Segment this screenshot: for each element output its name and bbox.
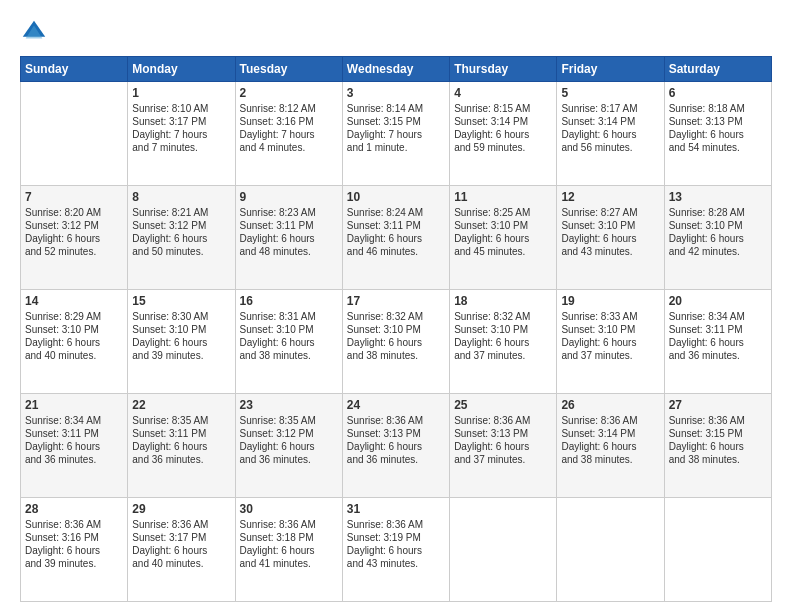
logo [20, 18, 52, 46]
day-number: 8 [132, 189, 230, 205]
day-info: Sunrise: 8:30 AM Sunset: 3:10 PM Dayligh… [132, 310, 230, 362]
day-number: 4 [454, 85, 552, 101]
day-info: Sunrise: 8:36 AM Sunset: 3:19 PM Dayligh… [347, 518, 445, 570]
calendar-cell: 19Sunrise: 8:33 AM Sunset: 3:10 PM Dayli… [557, 290, 664, 394]
calendar-cell: 26Sunrise: 8:36 AM Sunset: 3:14 PM Dayli… [557, 394, 664, 498]
day-info: Sunrise: 8:36 AM Sunset: 3:14 PM Dayligh… [561, 414, 659, 466]
day-info: Sunrise: 8:23 AM Sunset: 3:11 PM Dayligh… [240, 206, 338, 258]
day-number: 25 [454, 397, 552, 413]
calendar-cell: 2Sunrise: 8:12 AM Sunset: 3:16 PM Daylig… [235, 82, 342, 186]
calendar-week-2: 14Sunrise: 8:29 AM Sunset: 3:10 PM Dayli… [21, 290, 772, 394]
calendar-cell: 15Sunrise: 8:30 AM Sunset: 3:10 PM Dayli… [128, 290, 235, 394]
weekday-header-thursday: Thursday [450, 57, 557, 82]
day-number: 10 [347, 189, 445, 205]
day-info: Sunrise: 8:36 AM Sunset: 3:15 PM Dayligh… [669, 414, 767, 466]
day-info: Sunrise: 8:31 AM Sunset: 3:10 PM Dayligh… [240, 310, 338, 362]
day-number: 23 [240, 397, 338, 413]
day-info: Sunrise: 8:18 AM Sunset: 3:13 PM Dayligh… [669, 102, 767, 154]
calendar-cell: 10Sunrise: 8:24 AM Sunset: 3:11 PM Dayli… [342, 186, 449, 290]
day-number: 1 [132, 85, 230, 101]
day-info: Sunrise: 8:35 AM Sunset: 3:11 PM Dayligh… [132, 414, 230, 466]
day-number: 11 [454, 189, 552, 205]
day-number: 7 [25, 189, 123, 205]
day-info: Sunrise: 8:32 AM Sunset: 3:10 PM Dayligh… [454, 310, 552, 362]
calendar-cell [21, 82, 128, 186]
weekday-header-monday: Monday [128, 57, 235, 82]
day-number: 30 [240, 501, 338, 517]
calendar-week-3: 21Sunrise: 8:34 AM Sunset: 3:11 PM Dayli… [21, 394, 772, 498]
day-info: Sunrise: 8:34 AM Sunset: 3:11 PM Dayligh… [669, 310, 767, 362]
day-number: 15 [132, 293, 230, 309]
day-number: 24 [347, 397, 445, 413]
day-info: Sunrise: 8:20 AM Sunset: 3:12 PM Dayligh… [25, 206, 123, 258]
calendar-body: 1Sunrise: 8:10 AM Sunset: 3:17 PM Daylig… [21, 82, 772, 602]
calendar-cell: 4Sunrise: 8:15 AM Sunset: 3:14 PM Daylig… [450, 82, 557, 186]
calendar-cell [557, 498, 664, 602]
logo-icon [20, 18, 48, 46]
day-number: 13 [669, 189, 767, 205]
calendar-cell: 5Sunrise: 8:17 AM Sunset: 3:14 PM Daylig… [557, 82, 664, 186]
day-info: Sunrise: 8:15 AM Sunset: 3:14 PM Dayligh… [454, 102, 552, 154]
calendar-week-1: 7Sunrise: 8:20 AM Sunset: 3:12 PM Daylig… [21, 186, 772, 290]
calendar-table: SundayMondayTuesdayWednesdayThursdayFrid… [20, 56, 772, 602]
day-info: Sunrise: 8:28 AM Sunset: 3:10 PM Dayligh… [669, 206, 767, 258]
calendar-cell: 28Sunrise: 8:36 AM Sunset: 3:16 PM Dayli… [21, 498, 128, 602]
day-number: 6 [669, 85, 767, 101]
day-number: 29 [132, 501, 230, 517]
day-number: 20 [669, 293, 767, 309]
day-info: Sunrise: 8:32 AM Sunset: 3:10 PM Dayligh… [347, 310, 445, 362]
calendar-cell: 3Sunrise: 8:14 AM Sunset: 3:15 PM Daylig… [342, 82, 449, 186]
day-info: Sunrise: 8:36 AM Sunset: 3:18 PM Dayligh… [240, 518, 338, 570]
day-info: Sunrise: 8:25 AM Sunset: 3:10 PM Dayligh… [454, 206, 552, 258]
calendar-cell: 16Sunrise: 8:31 AM Sunset: 3:10 PM Dayli… [235, 290, 342, 394]
day-number: 26 [561, 397, 659, 413]
day-number: 18 [454, 293, 552, 309]
calendar-cell: 18Sunrise: 8:32 AM Sunset: 3:10 PM Dayli… [450, 290, 557, 394]
day-info: Sunrise: 8:12 AM Sunset: 3:16 PM Dayligh… [240, 102, 338, 154]
calendar-cell: 11Sunrise: 8:25 AM Sunset: 3:10 PM Dayli… [450, 186, 557, 290]
day-number: 16 [240, 293, 338, 309]
calendar-cell [450, 498, 557, 602]
weekday-header-row: SundayMondayTuesdayWednesdayThursdayFrid… [21, 57, 772, 82]
calendar-cell: 22Sunrise: 8:35 AM Sunset: 3:11 PM Dayli… [128, 394, 235, 498]
calendar-cell: 7Sunrise: 8:20 AM Sunset: 3:12 PM Daylig… [21, 186, 128, 290]
day-info: Sunrise: 8:27 AM Sunset: 3:10 PM Dayligh… [561, 206, 659, 258]
day-info: Sunrise: 8:36 AM Sunset: 3:13 PM Dayligh… [454, 414, 552, 466]
calendar-cell: 17Sunrise: 8:32 AM Sunset: 3:10 PM Dayli… [342, 290, 449, 394]
day-info: Sunrise: 8:10 AM Sunset: 3:17 PM Dayligh… [132, 102, 230, 154]
day-info: Sunrise: 8:33 AM Sunset: 3:10 PM Dayligh… [561, 310, 659, 362]
day-number: 5 [561, 85, 659, 101]
weekday-header-saturday: Saturday [664, 57, 771, 82]
day-number: 14 [25, 293, 123, 309]
weekday-header-wednesday: Wednesday [342, 57, 449, 82]
day-number: 17 [347, 293, 445, 309]
page-container: SundayMondayTuesdayWednesdayThursdayFrid… [0, 0, 792, 612]
calendar-cell: 23Sunrise: 8:35 AM Sunset: 3:12 PM Dayli… [235, 394, 342, 498]
day-info: Sunrise: 8:24 AM Sunset: 3:11 PM Dayligh… [347, 206, 445, 258]
weekday-header-tuesday: Tuesday [235, 57, 342, 82]
calendar-cell: 6Sunrise: 8:18 AM Sunset: 3:13 PM Daylig… [664, 82, 771, 186]
calendar-cell: 25Sunrise: 8:36 AM Sunset: 3:13 PM Dayli… [450, 394, 557, 498]
header [20, 18, 772, 46]
day-number: 9 [240, 189, 338, 205]
calendar-week-0: 1Sunrise: 8:10 AM Sunset: 3:17 PM Daylig… [21, 82, 772, 186]
day-number: 21 [25, 397, 123, 413]
day-info: Sunrise: 8:34 AM Sunset: 3:11 PM Dayligh… [25, 414, 123, 466]
calendar-cell: 27Sunrise: 8:36 AM Sunset: 3:15 PM Dayli… [664, 394, 771, 498]
day-number: 28 [25, 501, 123, 517]
day-number: 12 [561, 189, 659, 205]
day-info: Sunrise: 8:17 AM Sunset: 3:14 PM Dayligh… [561, 102, 659, 154]
calendar-week-4: 28Sunrise: 8:36 AM Sunset: 3:16 PM Dayli… [21, 498, 772, 602]
calendar-cell: 8Sunrise: 8:21 AM Sunset: 3:12 PM Daylig… [128, 186, 235, 290]
day-number: 31 [347, 501, 445, 517]
calendar-cell: 29Sunrise: 8:36 AM Sunset: 3:17 PM Dayli… [128, 498, 235, 602]
day-info: Sunrise: 8:14 AM Sunset: 3:15 PM Dayligh… [347, 102, 445, 154]
day-number: 19 [561, 293, 659, 309]
day-info: Sunrise: 8:21 AM Sunset: 3:12 PM Dayligh… [132, 206, 230, 258]
calendar-cell: 30Sunrise: 8:36 AM Sunset: 3:18 PM Dayli… [235, 498, 342, 602]
calendar-cell: 24Sunrise: 8:36 AM Sunset: 3:13 PM Dayli… [342, 394, 449, 498]
day-info: Sunrise: 8:36 AM Sunset: 3:16 PM Dayligh… [25, 518, 123, 570]
calendar-cell: 1Sunrise: 8:10 AM Sunset: 3:17 PM Daylig… [128, 82, 235, 186]
calendar-header: SundayMondayTuesdayWednesdayThursdayFrid… [21, 57, 772, 82]
calendar-cell: 20Sunrise: 8:34 AM Sunset: 3:11 PM Dayli… [664, 290, 771, 394]
